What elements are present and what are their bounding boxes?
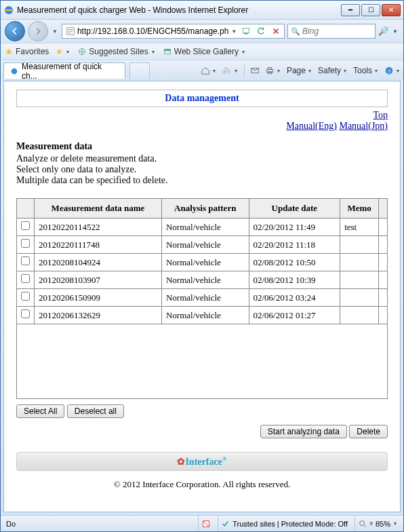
svg-rect-10 [268, 68, 271, 70]
page-header: Data management [16, 90, 388, 107]
web-slice-link[interactable]: Web Slice Gallery ▾ [163, 47, 246, 56]
page-favicon [66, 26, 75, 36]
cell-name: 20120208103907 [35, 271, 162, 289]
search-input[interactable] [302, 26, 404, 36]
table-row: 20120206132629Normal/vehicle02/06/2012 0… [17, 307, 388, 324]
globe-icon [77, 47, 87, 56]
minimize-button[interactable]: ━ [341, 4, 360, 16]
forward-button[interactable] [28, 21, 48, 41]
favorites-bar: ★ Favorites ★ ▾ Suggested Sites ▾ Web Sl… [1, 43, 403, 60]
stop-button[interactable] [269, 24, 283, 38]
cell-pattern: Normal/vehicle [161, 271, 249, 289]
footer-bar: ✿Interface® [16, 452, 388, 471]
ie-tab-icon [9, 66, 19, 76]
svg-rect-6 [164, 50, 170, 52]
row-checkbox[interactable] [21, 309, 30, 318]
measurement-table: Measurement data name Analysis pattern U… [16, 198, 388, 324]
search-bar[interactable]: 🔍 [287, 24, 376, 39]
table-row: 20120206150909Normal/vehicle02/06/2012 0… [17, 289, 388, 307]
cell-update: 02/06/2012 03:24 [249, 289, 340, 307]
select-all-button[interactable]: Select All [16, 404, 64, 418]
command-bar: ▾ ▾ ▾ Page▾ Safety▾ Tools▾ ?▾ [154, 64, 401, 77]
compat-view-button[interactable] [239, 24, 253, 38]
new-tab-button[interactable] [129, 62, 150, 79]
nav-history-dropdown[interactable]: ▼ [51, 28, 59, 35]
section-title: Measurement data [16, 141, 388, 152]
cell-pattern: Normal/vehicle [161, 289, 249, 307]
row-checkbox[interactable] [21, 256, 30, 265]
print-icon [265, 66, 275, 75]
table-row: 20120220111748Normal/vehicle02/20/2012 1… [17, 236, 388, 254]
row-checkbox[interactable] [21, 274, 30, 283]
row-checkbox[interactable] [21, 239, 30, 248]
cell-memo [340, 271, 379, 289]
link-top[interactable]: Top [373, 110, 388, 120]
security-zone[interactable]: Trusted sites | Protected Mode: Off [218, 516, 350, 531]
shield-block-icon [201, 519, 211, 529]
popup-blocker[interactable] [198, 516, 214, 531]
cell-memo [340, 254, 379, 271]
back-button[interactable] [5, 21, 25, 41]
cell-memo: test [340, 218, 379, 236]
home-button[interactable]: ▾ [201, 66, 217, 75]
home-icon [201, 66, 210, 75]
row-checkbox[interactable] [21, 221, 30, 230]
row-checkbox[interactable] [21, 292, 30, 301]
stop-icon [271, 26, 281, 36]
cell-update: 02/20/2012 11:49 [249, 218, 340, 236]
address-bar[interactable]: ▼ [62, 24, 285, 39]
mail-icon [250, 66, 260, 75]
table-row: 20120220114522Normal/vehicle02/20/2012 1… [17, 218, 388, 236]
zoom-control[interactable]: ▾ 85% ▾ [355, 516, 401, 531]
th-memo: Memo [340, 199, 379, 218]
titlebar: Measurement of quick charger Web - Windo… [1, 1, 403, 20]
cell-pattern: Normal/vehicle [161, 236, 249, 254]
help-icon: ? [384, 66, 394, 75]
cell-update: 02/20/2012 11:18 [249, 236, 340, 254]
address-dropdown[interactable]: ▼ [230, 28, 238, 35]
print-button[interactable]: ▾ [265, 66, 281, 75]
page-menu[interactable]: Page▾ [287, 66, 312, 75]
help-button[interactable]: ?▾ [384, 66, 401, 75]
cell-pattern: Normal/vehicle [161, 254, 249, 271]
tab-bar: Measurement of quick ch... ▾ ▾ ▾ Page▾ S… [1, 60, 403, 81]
suggested-sites-link[interactable]: Suggested Sites ▾ [77, 47, 155, 56]
cell-update: 02/06/2012 01:27 [249, 307, 340, 324]
delete-button[interactable]: Delete [349, 425, 388, 438]
webslice-label: Web Slice Gallery [174, 47, 239, 56]
page-links: Top Manual(Eng) Manual(Jpn) [16, 110, 388, 132]
section-description: Analyze or delete measurement data. Sele… [16, 153, 388, 186]
th-update: Update date [249, 199, 340, 218]
safety-menu[interactable]: Safety▾ [318, 66, 348, 75]
read-mail-button[interactable] [250, 66, 260, 75]
addfav-dropdown[interactable]: ▾ [65, 49, 70, 55]
start-analyzing-button[interactable]: Start analyzing data [260, 425, 347, 438]
deselect-all-button[interactable]: Deselect all [67, 404, 124, 418]
search-icon: 🔍 [291, 27, 300, 36]
cell-update: 02/08/2012 10:50 [249, 254, 340, 271]
refresh-button[interactable] [254, 24, 268, 38]
search-go-icon[interactable]: 🔎 [378, 26, 388, 36]
tools-menu[interactable]: Tools▾ [353, 66, 379, 75]
rss-icon [222, 66, 232, 75]
link-manual-jpn[interactable]: Manual(Jpn) [339, 121, 388, 131]
feeds-button[interactable]: ▾ [222, 66, 239, 75]
add-favorite-button[interactable]: ★ ▾ [56, 47, 70, 56]
favorites-button[interactable]: ★ Favorites [5, 46, 49, 57]
cell-memo [340, 307, 379, 324]
maximize-button[interactable]: ☐ [361, 4, 380, 16]
tab-active[interactable]: Measurement of quick ch... [3, 62, 125, 79]
star-icon: ★ [5, 46, 14, 57]
zoom-value: 85% [376, 520, 390, 528]
cell-memo [340, 236, 379, 254]
search-dropdown[interactable]: ▼ [391, 28, 399, 35]
status-done: Do [3, 516, 18, 531]
address-input[interactable] [77, 26, 230, 36]
cell-memo [340, 289, 379, 307]
close-button[interactable]: ✕ [382, 4, 401, 16]
refresh-icon [256, 26, 266, 36]
svg-rect-3 [244, 33, 247, 35]
link-manual-eng[interactable]: Manual(Eng) [286, 121, 337, 131]
page-content: Data management Top Manual(Eng) Manual(J… [3, 81, 401, 512]
tab-title: Measurement of quick ch... [22, 62, 119, 81]
